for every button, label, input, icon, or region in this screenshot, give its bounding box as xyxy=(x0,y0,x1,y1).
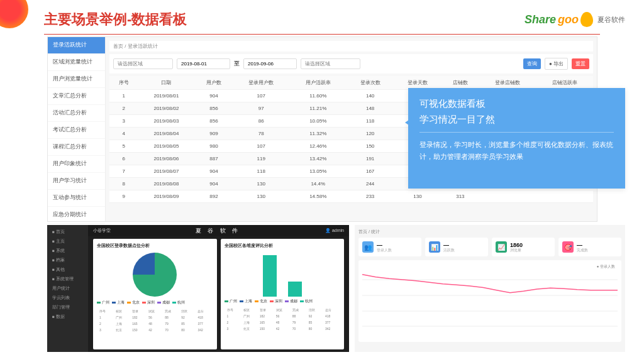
stat-icon: 🎯 xyxy=(562,241,574,253)
logo-egg-icon xyxy=(580,12,593,27)
dark-header: 小谷学堂 夏 谷 软 件 👤 admin xyxy=(88,225,349,236)
logo: Sharegoo 夏谷软件 xyxy=(525,12,625,27)
info-callout: 可视化数据看板 学习情况一目了然 登录情况，学习时长，浏览量多个维度可视化数据分… xyxy=(408,88,625,189)
stat-icon: 📈 xyxy=(496,241,507,253)
line-legend: ● 登录人数 xyxy=(597,264,615,270)
search-button[interactable]: 查询 xyxy=(523,58,541,69)
mini-table: 序号校区登录浏览完成活跃总分1广州1825688924182上海16548798… xyxy=(97,307,213,334)
callout-h1: 可视化数据看板 xyxy=(419,98,614,110)
pie-chart xyxy=(133,253,177,297)
bar-legend: 广州上海北京深圳成都杭州 xyxy=(225,299,341,304)
pie-legend: 广州上海北京深圳成都杭州 xyxy=(97,300,213,305)
sidebar-item[interactable]: 考试汇总分析 xyxy=(48,122,105,139)
col-header: 登录用户数 xyxy=(233,76,289,90)
stat-row: 👥—登录人数📊—活跃数📈1860浏览量🎯—完成数 xyxy=(358,238,621,256)
bar-1 xyxy=(263,255,277,297)
sidebar-item[interactable]: 登录活跃统计 xyxy=(48,37,105,54)
sidebar-item[interactable]: 文章汇总分析 xyxy=(48,88,105,105)
date-from-input[interactable] xyxy=(177,58,230,69)
col-header: 序号 xyxy=(109,76,138,90)
line-dashboard: 首页 / 统计 👥—登录人数📊—活跃数📈1860浏览量🎯—完成数 ● 登录人数 xyxy=(355,225,625,352)
dark-dashboard: ■ 首页■ 主页■ 系统■ 档案■ 其他■ 系统管理用户统计学员列表部门管理■ … xyxy=(47,225,349,352)
dark-side-item[interactable]: 学员列表 xyxy=(50,293,86,303)
export-button[interactable]: ● 导出 xyxy=(545,58,568,70)
logo-text-share: Share xyxy=(525,13,556,26)
breadcrumb: 首页 / 登录活跃统计 xyxy=(109,41,593,52)
stat-icon: 📊 xyxy=(429,241,440,253)
mini-table-2: 序号校区登录浏览完成活跃总分1广州1825688924182上海16548798… xyxy=(225,306,341,332)
region-select-2[interactable] xyxy=(301,58,360,69)
line-card: ● 登录人数 xyxy=(358,260,621,342)
divider xyxy=(44,34,600,35)
page-title: 主要场景举例-数据看板 xyxy=(44,10,187,29)
sidebar-item[interactable]: 用户学习统计 xyxy=(48,173,105,190)
stat-card[interactable]: 👥—登录人数 xyxy=(358,238,421,256)
header: 主要场景举例-数据看板 Sharegoo 夏谷软件 xyxy=(0,0,644,34)
line-chart xyxy=(362,264,618,327)
dark-side-item[interactable]: ■ 数据 xyxy=(50,312,86,322)
dark-side-item[interactable]: ■ 系统管理 xyxy=(50,275,86,284)
callout-divider xyxy=(419,132,614,133)
dark-side-item[interactable]: 用户统计 xyxy=(50,284,86,293)
bar-chart xyxy=(225,253,341,297)
bar-2 xyxy=(288,282,302,297)
sidebar: 登录活跃统计区域浏览量统计用户浏览量统计文章汇总分析活动汇总分析考试汇总分析课程… xyxy=(48,37,106,221)
reset-button[interactable]: 重置 xyxy=(572,58,589,69)
stat-card[interactable]: 📊—活跃数 xyxy=(425,238,488,256)
stat-card[interactable]: 🎯—完成数 xyxy=(558,238,621,256)
region-select-1[interactable] xyxy=(113,58,173,69)
sidebar-item[interactable]: 课程汇总分析 xyxy=(48,139,105,156)
sidebar-item[interactable]: 用户浏览量统计 xyxy=(48,71,105,88)
sidebar-item[interactable]: 用户印象统计 xyxy=(48,156,105,173)
dark-user-icon[interactable]: 👤 admin xyxy=(325,228,344,233)
col-header: 用户活跃率 xyxy=(290,76,347,90)
dark-sidebar: ■ 首页■ 主页■ 系统■ 档案■ 其他■ 系统管理用户统计学员列表部门管理■ … xyxy=(47,225,88,352)
line-breadcrumb: 首页 / 统计 xyxy=(358,229,621,235)
col-header: 用户数 xyxy=(195,76,233,90)
bar-card: 全国校区各维度评比分析 广州上海北京深圳成都杭州 序号校区登录浏览完成活跃总分1… xyxy=(221,239,345,349)
col-header: 日期 xyxy=(138,76,195,90)
stat-icon: 👥 xyxy=(362,241,374,253)
filter-bar: 至 查询 ● 导出 重置 xyxy=(109,54,593,74)
sidebar-item[interactable]: 活动汇总分析 xyxy=(48,105,105,122)
pie-title: 全国校区登录数据点位分析 xyxy=(97,243,213,249)
sidebar-item[interactable]: 互动参与统计 xyxy=(48,190,105,207)
logo-cn: 夏谷软件 xyxy=(597,15,625,25)
dark-side-item[interactable]: ■ 主页 xyxy=(50,237,86,246)
dark-side-item[interactable]: ■ 系统 xyxy=(50,246,86,256)
dark-side-item[interactable]: ■ 首页 xyxy=(50,228,86,237)
dark-body: 全国校区登录数据点位分析 广州上海北京深圳成都杭州 序号校区登录浏览完成活跃总分… xyxy=(88,225,349,352)
dark-brand: 小谷学堂 xyxy=(93,228,111,234)
callout-body: 登录情况，学习时长，浏览量多个维度可视化数据分析、报表统计，助力管理者洞察学员学… xyxy=(419,139,614,162)
logo-text-goo: goo xyxy=(558,13,579,26)
callout-h2: 学习情况一目了然 xyxy=(419,114,614,126)
sidebar-item[interactable]: 应急分期统计 xyxy=(48,207,105,224)
dark-side-item[interactable]: ■ 档案 xyxy=(50,256,86,265)
date-to-input[interactable] xyxy=(243,58,297,69)
sidebar-item[interactable]: 区域浏览量统计 xyxy=(48,54,105,71)
dark-side-item[interactable]: 部门管理 xyxy=(50,303,86,312)
dark-title: 夏 谷 软 件 xyxy=(196,227,241,235)
stat-card[interactable]: 📈1860浏览量 xyxy=(492,238,555,256)
bar-title: 全国校区各维度评比分析 xyxy=(225,243,341,249)
table-row[interactable]: 92019/08/0989213014.58%233130313 xyxy=(109,190,593,203)
dark-side-item[interactable]: ■ 其他 xyxy=(50,265,86,275)
col-header: 登录次数 xyxy=(347,76,394,90)
pie-card: 全国校区登录数据点位分析 广州上海北京深圳成都杭州 序号校区登录浏览完成活跃总分… xyxy=(93,239,217,349)
